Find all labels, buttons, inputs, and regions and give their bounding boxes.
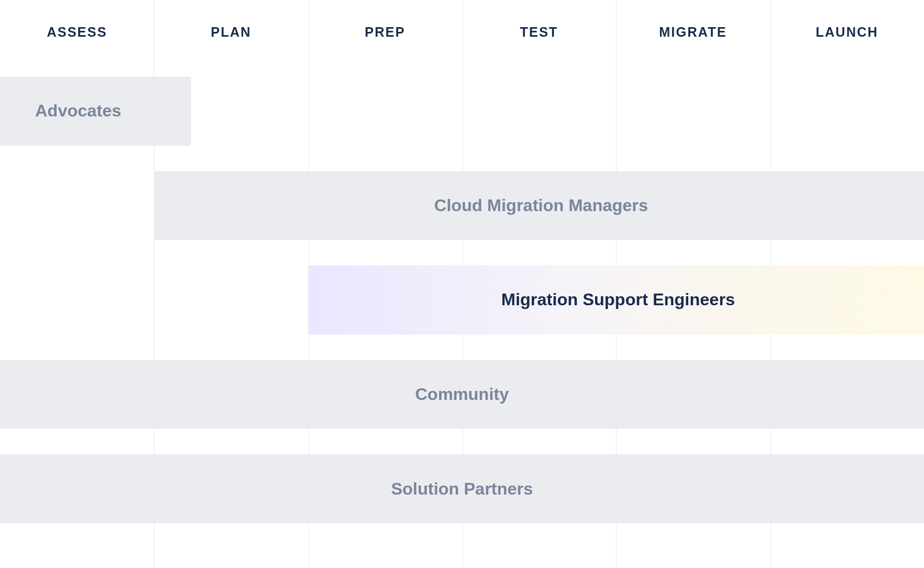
bar-label: Community (415, 385, 509, 404)
phase-header-plan: PLAN (154, 0, 308, 64)
bar-label: Migration Support Engineers (501, 290, 735, 310)
phase-header-launch: LAUNCH (770, 0, 924, 64)
phase-grid: ASSESS PLAN PREP TEST MIGRATE LAUNCH Adv… (0, 0, 924, 568)
phase-header-prep: PREP (308, 0, 462, 64)
bar-community: Community (0, 360, 924, 429)
bar-label: Advocates (35, 101, 121, 121)
phase-header-test: TEST (462, 0, 616, 64)
bar-label: Solution Partners (391, 479, 533, 499)
phase-header-migrate: MIGRATE (616, 0, 770, 64)
migration-phases-chart: ASSESS PLAN PREP TEST MIGRATE LAUNCH Adv… (0, 0, 924, 568)
phase-header-assess: ASSESS (0, 0, 154, 64)
bar-advocates: Advocates (0, 77, 191, 146)
bar-migration-support-engineers: Migration Support Engineers (308, 265, 924, 335)
bar-solution-partners: Solution Partners (0, 454, 924, 523)
bar-label: Cloud Migration Managers (434, 196, 648, 215)
bar-cloud-migration-managers: Cloud Migration Managers (154, 171, 924, 240)
